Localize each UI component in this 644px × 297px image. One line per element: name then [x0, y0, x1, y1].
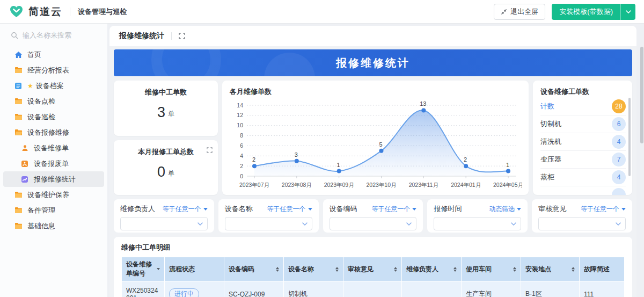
status-badge: 进行中 — [169, 288, 199, 297]
stat-unit: 单 — [168, 169, 174, 178]
page-scrollbar-thumb[interactable] — [640, 47, 643, 143]
folder-icon — [14, 207, 23, 214]
chevron-down-icon — [406, 222, 412, 226]
cell-review — [343, 281, 402, 297]
column-header-order-id[interactable]: 设备维修单编号 — [122, 257, 165, 281]
search-input[interactable] — [23, 31, 92, 39]
filter-operator-link[interactable]: 等于任意一个 — [581, 205, 626, 214]
svg-text:2023年10月: 2023年10月 — [366, 182, 396, 188]
sort-icon — [276, 267, 279, 272]
svg-text:2023年11月: 2023年11月 — [409, 182, 438, 188]
sidebar-search[interactable] — [11, 31, 98, 39]
sidebar-item-device-archive[interactable]: ★ 设备档案 — [3, 78, 104, 93]
filter-select[interactable] — [330, 217, 417, 230]
chevron-down-icon — [197, 222, 203, 226]
sidebar-item-scrap-order[interactable]: 设备报废单 — [3, 156, 104, 171]
filter-operator-link[interactable]: 等于任意一个 — [371, 205, 416, 214]
svg-text:2023年07月: 2023年07月 — [239, 182, 269, 188]
chart-title: 各月维修单数 — [230, 87, 522, 97]
expand-icon[interactable] — [207, 146, 213, 155]
column-header-status[interactable]: 流程状态 — [165, 257, 224, 281]
sidebar-item-repair-group[interactable]: 设备报修维修 — [3, 125, 104, 140]
topbar-brand: 简道云 设备管理与巡检 — [10, 5, 127, 19]
sidebar-item-label: 设备档案 — [36, 81, 64, 91]
device-stat-row[interactable]: 计数 28 — [540, 98, 626, 115]
sidebar-item-patrol[interactable]: 设备巡检 — [3, 109, 104, 125]
expand-icon[interactable] — [179, 33, 185, 39]
column-header-workshop[interactable]: 使用车间 — [462, 257, 521, 281]
stat-number: 3 — [157, 104, 165, 121]
filter-row: 维修负责人 等于任意一个 设备名称 等于任意一个 — [114, 199, 632, 233]
folder-icon — [14, 67, 23, 74]
sidebar: 首页 经营分析报表 ★ 设备档案 设备点检 设备巡检 设备报修维修 — [0, 24, 107, 297]
filter-select[interactable] — [538, 217, 626, 230]
document-icon — [14, 82, 23, 90]
stat-card-title: 维修中工单数 — [145, 88, 187, 97]
filter-operator-link[interactable]: 等于任意一个 — [163, 205, 208, 214]
sidebar-item-base-info[interactable]: 基础信息 — [3, 218, 104, 234]
sidebar-item-label: 设备巡检 — [27, 112, 55, 122]
caret-down-icon — [517, 208, 521, 211]
column-header-device-code[interactable]: 设备编码 — [224, 257, 284, 281]
column-header-owner[interactable]: 维修负责人 — [402, 257, 462, 281]
filter-select[interactable] — [120, 217, 208, 230]
device-stat-label: 计数 — [540, 102, 554, 111]
sidebar-item-spare-parts[interactable]: 备件管理 — [3, 202, 104, 218]
filter-select[interactable] — [434, 217, 521, 230]
filter-operator-link[interactable]: 等于任意一个 — [267, 205, 312, 214]
svg-text:2023年08月: 2023年08月 — [282, 182, 312, 188]
cell-order-id: WX250324001 — [122, 281, 165, 297]
stat-unit: 单 — [168, 110, 174, 119]
install-template-dropdown-button[interactable] — [620, 4, 635, 20]
sidebar-item-repair-order[interactable]: 设备维修单 — [3, 140, 104, 156]
topbar-actions: 退出全屏 安装模板(带数据) — [494, 4, 635, 20]
sidebar-item-business-reports[interactable]: 经营分析报表 — [3, 62, 104, 78]
filter-operator-link[interactable]: 动态筛选 — [489, 205, 521, 214]
filter-label: 维修负责人 — [120, 204, 155, 214]
device-stat-row[interactable]: 清洗机 4 — [540, 133, 626, 151]
panel-scrollbar-thumb[interactable] — [628, 98, 631, 176]
table-title: 维修中工单明细 — [121, 243, 625, 252]
caret-down-icon — [621, 208, 626, 211]
column-header-location[interactable]: 安装地点 — [521, 257, 580, 281]
folder-icon — [14, 113, 23, 120]
column-header-device-name[interactable]: 设备名称 — [284, 257, 343, 281]
filter-review-opinion: 审核意见 等于任意一个 — [532, 199, 632, 233]
table-row[interactable]: WX250324001 进行中 SC-QZJ-009 切制机 生产车间 B-1区… — [122, 281, 625, 297]
work-order-table-card: 维修中工单明细 设备维修单编号 流程状态 设备编码 设备名称 审核意见 — [114, 237, 632, 297]
column-header-fault[interactable]: 故障简述 — [580, 257, 625, 281]
device-stat-row[interactable]: 切制机 6 — [540, 115, 626, 133]
count-badge: 4 — [612, 170, 626, 184]
search-icon — [11, 32, 18, 39]
exit-fullscreen-button[interactable]: 退出全屏 — [494, 4, 545, 20]
sidebar-item-label: 首页 — [27, 50, 41, 60]
column-header-review[interactable]: 审核意见 — [343, 257, 402, 281]
cell-device-name: 切制机 — [284, 281, 343, 297]
filter-repair-owner: 维修负责人 等于任意一个 — [114, 199, 214, 233]
table-header-row: 设备维修单编号 流程状态 设备编码 设备名称 审核意见 维修负责人 使用车间 安… — [122, 257, 625, 281]
svg-text:4: 4 — [240, 153, 243, 159]
sort-icon — [513, 267, 516, 272]
sidebar-item-spot-check[interactable]: 设备点检 — [3, 93, 104, 109]
app-title: 设备管理与巡检 — [78, 7, 127, 17]
sort-icon — [394, 267, 397, 272]
banner-decor-circle — [264, 53, 315, 76]
sidebar-item-label: 设备维修单 — [34, 143, 69, 153]
sidebar-item-maintenance[interactable]: 设备维护保养 — [3, 187, 104, 202]
header-divider — [171, 32, 172, 40]
cards-row: 维修中工单数 3 单 本月报修工单总数 0 单 — [114, 81, 632, 195]
sidebar-item-repair-stats[interactable]: 报修维修统计 — [3, 171, 104, 187]
filter-label: 审核意见 — [538, 204, 566, 214]
svg-text:13: 13 — [420, 100, 426, 107]
filter-select[interactable] — [225, 217, 312, 230]
sidebar-item-label: 经营分析报表 — [27, 66, 69, 75]
caret-down-icon — [308, 208, 312, 211]
device-stat-row[interactable]: 变压器 7 — [540, 151, 626, 169]
logo-text: 简道云 — [28, 5, 62, 19]
svg-text:1: 1 — [337, 162, 340, 168]
svg-text:10: 10 — [237, 122, 243, 128]
device-stat-row[interactable]: 蒸柜 4 — [540, 169, 626, 186]
install-template-button[interactable]: 安装模板(带数据) — [552, 4, 620, 20]
sidebar-item-home[interactable]: 首页 — [3, 47, 104, 62]
folder-icon — [14, 222, 23, 229]
